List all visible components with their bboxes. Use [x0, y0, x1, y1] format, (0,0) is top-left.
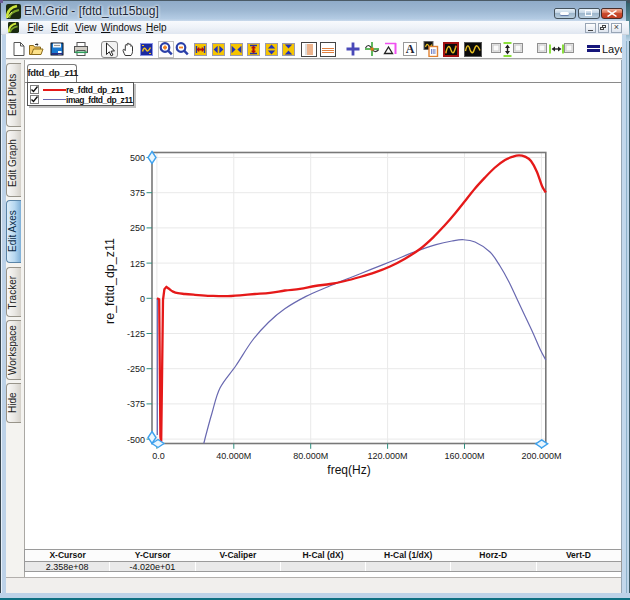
svg-text:0.0: 0.0 [152, 451, 165, 461]
svg-text:freq(Hz): freq(Hz) [327, 463, 370, 477]
svg-text:-375: -375 [127, 399, 145, 409]
svg-text:0: 0 [140, 294, 145, 304]
svg-text:200.000M: 200.000M [521, 451, 561, 461]
svg-text:re_fdtd_dp_z11: re_fdtd_dp_z11 [103, 238, 117, 324]
svg-text:125: 125 [130, 259, 145, 269]
svg-text:375: 375 [130, 188, 145, 198]
svg-text:A: A [406, 42, 415, 56]
svg-text:-125: -125 [127, 329, 145, 339]
svg-text:500: 500 [130, 153, 145, 163]
svg-text:160.000M: 160.000M [444, 451, 484, 461]
svg-text:-500: -500 [127, 435, 145, 445]
svg-text:250: 250 [130, 223, 145, 233]
svg-text:-250: -250 [127, 364, 145, 374]
svg-text:80.000M: 80.000M [293, 451, 328, 461]
svg-text:40.000M: 40.000M [216, 451, 251, 461]
svg-text:120.000M: 120.000M [368, 451, 408, 461]
